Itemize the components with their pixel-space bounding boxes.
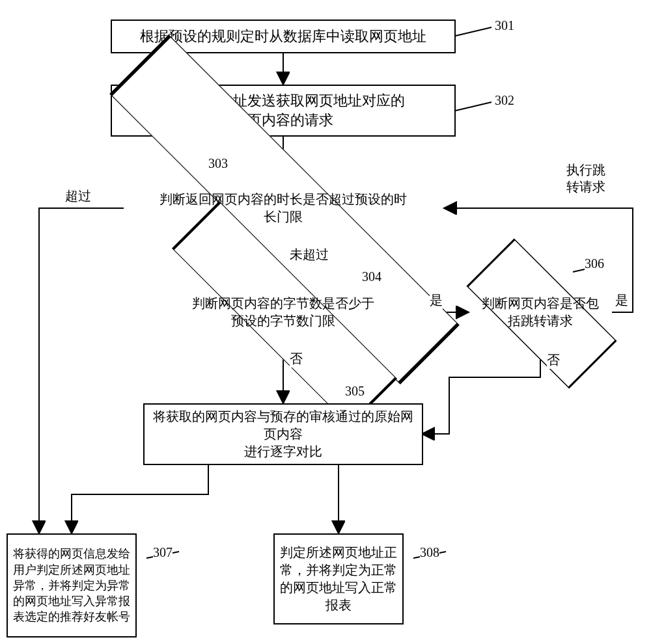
process-305-l1: 将获取的网页内容与预存的审核通过的原始网页内容 [153,409,413,441]
step-label-302: 302 [495,93,514,108]
decision-304-l2: 预设的字节数门限 [231,314,335,328]
edge-label-jump-l1: 执行跳 [566,163,605,177]
process-307-text: 将获得的网页信息发给用户判定所述网页地址异常，并将判定为异常的网页地址写入异常报… [13,546,130,624]
decision-303-l2: 长门限 [264,209,303,224]
edge-label-306-yes: 是 [615,291,628,309]
edge-label-jump-l2: 转请求 [566,180,605,194]
process-308-text: 判定所述网页地址正 常，并将判定为正常 的网页地址写入正常 报表 [280,544,397,614]
step-label-307: 307 [153,545,173,560]
step-label-308: 308 [420,545,439,560]
process-305-text: 将获取的网页内容与预存的审核通过的原始网页内容 进行逐字对比 [150,408,417,461]
process-301-text: 根据预设的规则定时从数据库中读取网页地址 [140,27,426,46]
decision-306-l1: 判断网页内容是否包 [482,296,599,310]
process-305: 将获取的网页内容与预存的审核通过的原始网页内容 进行逐字对比 [143,403,423,465]
decision-306-l2: 括跳转请求 [508,314,573,328]
step-label-305: 305 [345,384,365,399]
decision-306: 判断网页内容是否包 括跳转请求 [469,280,612,345]
decision-304: 判断网页内容的字节数是否少于 预设的字节数门限 [163,280,404,345]
edge-label-exceed: 超过 [65,187,91,205]
edge-label-not-exceed: 未超过 [290,246,329,263]
process-308-l2: 常，并将判定为正常 [280,563,397,577]
decision-303: 判断返回网页内容的时长是否超过预设的时 长门限 [124,176,443,241]
edge-label-jump: 执行跳 转请求 [566,161,605,195]
edge-label-304-no: 否 [290,350,303,368]
flowchart-canvas: 根据预设的规则定时从数据库中读取网页地址 301 根据网页地址发送获取网页地址对… [0,0,651,644]
svg-line-7 [456,102,492,111]
step-label-303: 303 [208,156,228,171]
decision-303-l1: 判断返回网页内容的时长是否超过预设的时 [159,192,407,206]
process-308-l3: 的网页地址写入正常 [280,580,397,595]
process-307: 将获得的网页信息发给用户判定所述网页地址异常，并将判定为异常的网页地址写入异常报… [7,533,137,637]
process-308: 判定所述网页地址正 常，并将判定为正常 的网页地址写入正常 报表 [273,533,404,624]
step-label-306: 306 [585,256,604,271]
process-308-l4: 报表 [326,598,352,612]
edge-label-306-no: 否 [547,351,560,369]
svg-line-6 [456,27,492,36]
edge-label-304-yes: 是 [430,291,443,309]
step-label-301: 301 [495,18,514,33]
process-305-l2: 进行逐字对比 [244,444,322,459]
step-label-304: 304 [362,269,381,284]
decision-304-l1: 判断网页内容的字节数是否少于 [192,296,374,310]
process-308-l1: 判定所述网页地址正 [280,545,397,559]
